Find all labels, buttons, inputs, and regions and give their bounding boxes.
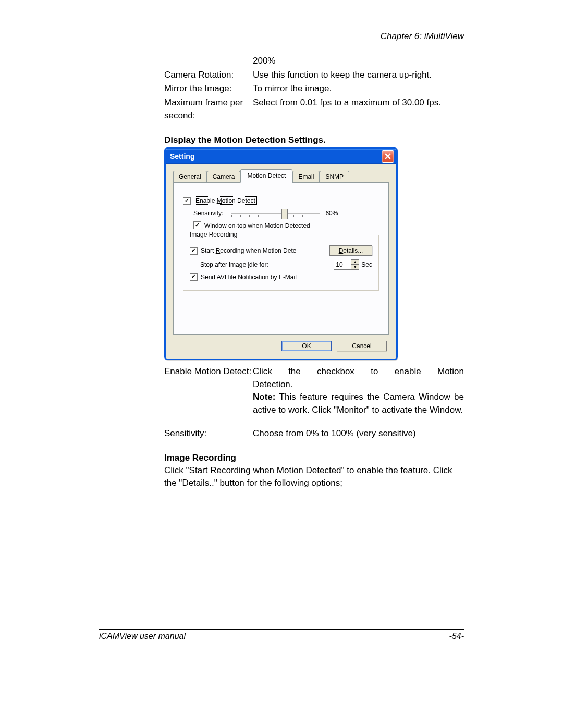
sensitivity-label: Sensitivity: bbox=[193, 209, 223, 217]
footer-left: iCAMView user manual bbox=[99, 632, 186, 641]
enable-motion-label: Enable Motion Detect bbox=[194, 196, 257, 205]
tab-general[interactable]: General bbox=[173, 171, 207, 182]
row-camera-rotation-label: Camera Rotation: bbox=[164, 69, 253, 82]
spinner-buttons[interactable]: ▲ ▼ bbox=[351, 259, 359, 270]
start-recording-checkbox[interactable] bbox=[190, 247, 198, 255]
spin-up-icon[interactable]: ▲ bbox=[351, 260, 359, 265]
post-row1-desc: ClickthecheckboxtoenableMotion Detection… bbox=[253, 365, 464, 417]
stop-idle-unit: Sec bbox=[361, 261, 372, 268]
page-footer: iCAMView user manual -54- bbox=[99, 629, 464, 641]
tab-panel: Enable Motion Detect Sensitivity: 60% bbox=[173, 182, 389, 335]
ok-button[interactable]: OK bbox=[282, 341, 332, 351]
enable-motion-checkbox[interactable] bbox=[183, 197, 191, 205]
zoom-value: 200% bbox=[253, 55, 464, 68]
spin-down-icon[interactable]: ▼ bbox=[351, 265, 359, 269]
cancel-button[interactable]: Cancel bbox=[337, 341, 387, 351]
post-spec-table: Enable Motion Detect: Clickthecheckboxto… bbox=[164, 365, 464, 440]
footer-rule bbox=[99, 629, 464, 630]
sensitivity-value: 60% bbox=[325, 209, 338, 217]
section-image-recording-body: Click "Start Recording when Motion Detec… bbox=[164, 464, 464, 489]
stop-idle-label: Stop after image idle for: bbox=[200, 261, 334, 268]
header-rule bbox=[99, 44, 464, 44]
row-maxfps-label: Maximum frame per second: bbox=[164, 96, 253, 122]
section-motion-heading: Display the Motion Detection Settings. bbox=[164, 135, 464, 145]
sensitivity-slider[interactable] bbox=[231, 208, 320, 218]
ontop-checkbox[interactable] bbox=[193, 221, 201, 229]
tab-motion-detect[interactable]: Motion Detect bbox=[240, 169, 292, 183]
close-button[interactable] bbox=[382, 150, 394, 163]
slider-thumb[interactable] bbox=[282, 209, 288, 219]
tab-camera[interactable]: Camera bbox=[207, 171, 241, 182]
chapter-header: Chapter 6: iMultiView bbox=[99, 31, 464, 42]
row-maxfps-desc: Select from 0.01 fps to a maximum of 30.… bbox=[253, 96, 464, 122]
stop-idle-input[interactable] bbox=[334, 260, 351, 270]
row-mirror-label: Mirror the Image: bbox=[164, 82, 253, 95]
post-row2-desc: Choose from 0% to 100% (very sensitive) bbox=[253, 427, 464, 440]
close-icon bbox=[385, 153, 391, 159]
pre-spec-table: 200% Camera Rotation: Use this function … bbox=[164, 55, 464, 122]
tab-email[interactable]: Email bbox=[292, 171, 320, 182]
image-recording-group: Image Recording Start Recording when Mot… bbox=[183, 235, 379, 291]
tab-strip: General Camera Motion Detect Email SNMP bbox=[173, 170, 389, 182]
details-button[interactable]: Details... bbox=[329, 245, 372, 256]
ontop-label: Window on-top when Motion Detected bbox=[204, 222, 310, 229]
dialog-title: Setting bbox=[170, 152, 194, 161]
post-row2-label: Sensitivity: bbox=[164, 427, 253, 440]
avi-email-checkbox[interactable] bbox=[190, 273, 198, 281]
dialog-titlebar[interactable]: Setting bbox=[166, 149, 396, 164]
row-mirror-desc: To mirror the image. bbox=[253, 82, 464, 95]
group-legend: Image Recording bbox=[188, 231, 239, 238]
settings-dialog: Setting General Camera Motion Detect Ema… bbox=[164, 147, 398, 360]
row-camera-rotation-desc: Use this function to keep the camera up-… bbox=[253, 69, 464, 82]
avi-email-label: Send AVI file Notification by E-Mail bbox=[201, 274, 297, 281]
start-recording-label: Start Recording when Motion Dete bbox=[201, 247, 329, 254]
section-image-recording-heading: Image Recording bbox=[164, 453, 464, 463]
tab-snmp[interactable]: SNMP bbox=[320, 171, 349, 182]
footer-right: -54- bbox=[449, 632, 464, 641]
post-row1-label: Enable Motion Detect: bbox=[164, 365, 253, 417]
